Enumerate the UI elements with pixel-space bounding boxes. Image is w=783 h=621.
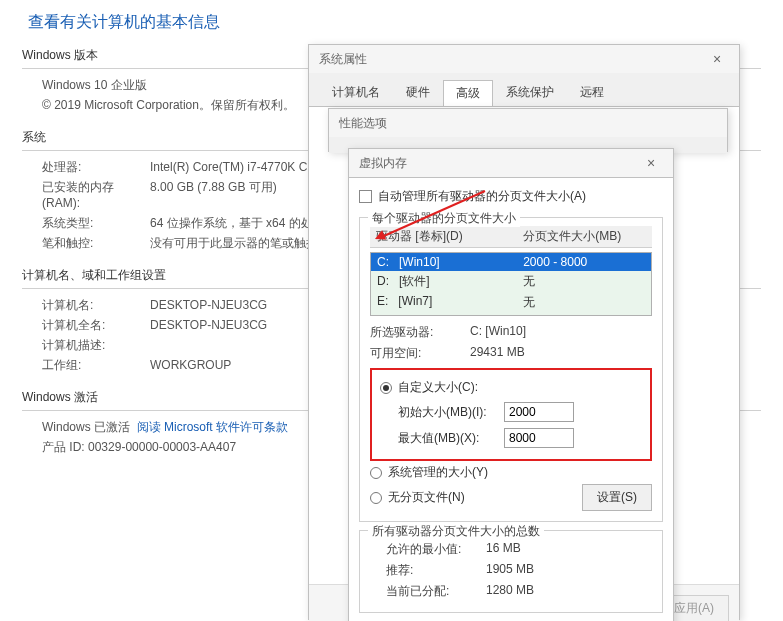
computer-desc-label: 计算机描述:	[42, 337, 150, 353]
system-properties-tabs: 计算机名 硬件 高级 系统保护 远程	[309, 73, 739, 106]
selected-drive-label: 所选驱动器:	[370, 324, 470, 341]
activation-status: Windows 已激活	[42, 419, 130, 435]
tab-system-protection[interactable]: 系统保护	[493, 79, 567, 106]
max-size-input[interactable]	[504, 428, 574, 448]
computer-fullname-label: 计算机全名:	[42, 317, 150, 333]
paging-total-group: 所有驱动器分页文件大小的总数 允许的最小值:16 MB 推荐:1905 MB 当…	[359, 530, 663, 613]
radio-icon	[370, 467, 382, 479]
close-icon[interactable]: ×	[637, 155, 665, 171]
virtual-memory-dialog: 虚拟内存 × 自动管理所有驱动器的分页文件大小(A) 每个驱动器的分页文件大小 …	[348, 148, 674, 621]
group-title: 所有驱动器分页文件大小的总数	[368, 523, 544, 540]
workgroup-label: 工作组:	[42, 357, 150, 373]
tab-advanced[interactable]: 高级	[443, 80, 493, 107]
license-terms-link[interactable]: 阅读 Microsoft 软件许可条款	[137, 419, 288, 435]
drive-row[interactable]: E: [Win7] 无	[371, 292, 651, 313]
tab-computer-name[interactable]: 计算机名	[319, 79, 393, 106]
min-allowed-value: 16 MB	[486, 541, 521, 558]
max-size-label: 最大值(MB)(X):	[398, 430, 498, 447]
min-allowed-label: 允许的最小值:	[386, 541, 486, 558]
performance-options-dialog: 性能选项 性	[328, 108, 728, 152]
custom-size-radio[interactable]: 自定义大小(C):	[380, 376, 642, 399]
systype-label: 系统类型:	[42, 215, 150, 231]
custom-size-label: 自定义大小(C):	[398, 379, 478, 396]
no-paging-label: 无分页文件(N)	[388, 489, 465, 506]
dialog-title: 虚拟内存	[359, 155, 407, 172]
set-button[interactable]: 设置(S)	[582, 484, 652, 511]
ram-label: 已安装的内存(RAM):	[42, 179, 150, 211]
available-space-value: 29431 MB	[470, 345, 525, 362]
auto-manage-checkbox[interactable]: 自动管理所有驱动器的分页文件大小(A)	[359, 184, 663, 209]
tab-hardware[interactable]: 硬件	[393, 79, 443, 106]
page-title: 查看有关计算机的基本信息	[0, 0, 783, 43]
currently-allocated-value: 1280 MB	[486, 583, 534, 600]
computer-name-label: 计算机名:	[42, 297, 150, 313]
highlight-annotation: 自定义大小(C): 初始大小(MB)(I): 最大值(MB)(X):	[370, 368, 652, 461]
radio-icon	[380, 382, 392, 394]
system-managed-label: 系统管理的大小(Y)	[388, 464, 488, 481]
recommended-value: 1905 MB	[486, 562, 534, 579]
drive-list[interactable]: C: [Win10] 2000 - 8000 D: [软件] 无 E: [Win…	[370, 252, 652, 316]
dialog-title: 性能选项	[339, 115, 387, 132]
drive-row[interactable]: D: [软件] 无	[371, 271, 651, 292]
radio-icon	[370, 492, 382, 504]
drive-header-col2: 分页文件大小(MB)	[523, 228, 646, 245]
product-id-label: 产品 ID:	[42, 439, 85, 455]
drive-row[interactable]: C: [Win10] 2000 - 8000	[371, 253, 651, 271]
pen-label: 笔和触控:	[42, 235, 150, 251]
dialog-title: 系统属性	[319, 51, 367, 68]
system-managed-radio[interactable]: 系统管理的大小(Y)	[370, 461, 652, 484]
no-paging-radio[interactable]: 无分页文件(N)	[370, 486, 576, 509]
close-icon[interactable]: ×	[703, 51, 731, 67]
checkbox-icon	[359, 190, 372, 203]
initial-size-label: 初始大小(MB)(I):	[398, 404, 498, 421]
selected-drive-value: C: [Win10]	[470, 324, 526, 341]
initial-size-input[interactable]	[504, 402, 574, 422]
group-title: 每个驱动器的分页文件大小	[368, 210, 520, 227]
product-id-value: 00329-00000-00003-AA407	[88, 439, 236, 455]
recommended-label: 推荐:	[386, 562, 486, 579]
drive-list-header: 驱动器 [卷标](D) 分页文件大小(MB)	[370, 226, 652, 248]
tab-remote[interactable]: 远程	[567, 79, 617, 106]
currently-allocated-label: 当前已分配:	[386, 583, 486, 600]
available-space-label: 可用空间:	[370, 345, 470, 362]
cpu-label: 处理器:	[42, 159, 150, 175]
paging-per-drive-group: 每个驱动器的分页文件大小 驱动器 [卷标](D) 分页文件大小(MB) C: […	[359, 217, 663, 522]
